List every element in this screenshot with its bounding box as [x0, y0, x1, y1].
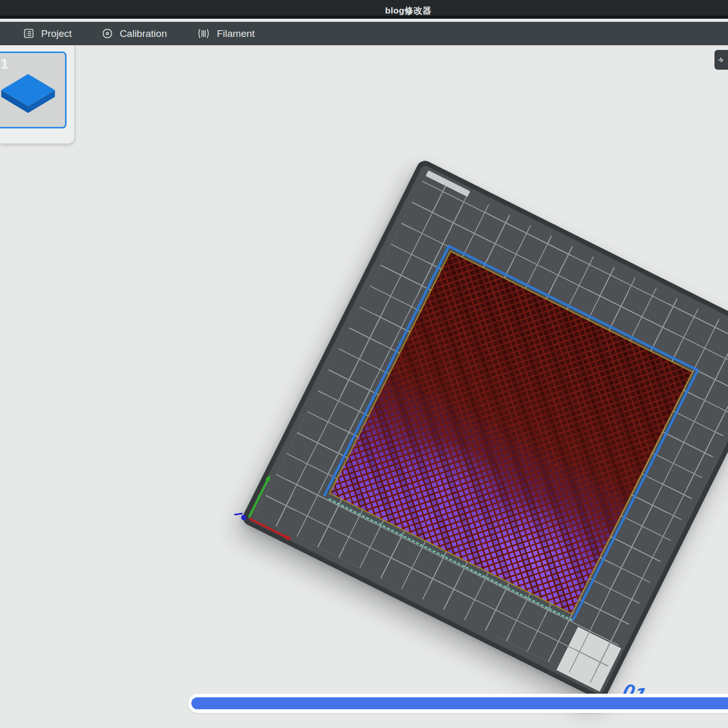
filament-spool-icon [197, 28, 210, 39]
menubar: Project Calibration Filament [0, 22, 728, 45]
menu-item-label: Project [41, 28, 72, 40]
calibration-gear-icon [102, 28, 113, 39]
project-list-icon [23, 28, 34, 39]
slicing-progress-bar [188, 694, 728, 713]
chevron-double-right-icon: » [716, 54, 726, 66]
titlebar: blog修改器 [0, 0, 728, 19]
collapse-panel-button[interactable]: » [714, 50, 728, 70]
menu-item-label: Calibration [120, 28, 167, 40]
menu-item-project[interactable]: Project [23, 28, 72, 40]
plate-thumbnail[interactable]: 1 [0, 51, 67, 128]
progress-fill [191, 697, 728, 709]
menu-item-calibration[interactable]: Calibration [102, 28, 167, 40]
window-title: blog修改器 [385, 5, 432, 17]
model-thumbnail-image [0, 67, 60, 124]
menu-item-filament[interactable]: Filament [197, 28, 255, 40]
z-axis-origin-dot [240, 514, 247, 521]
z-axis-tail [234, 513, 242, 515]
menu-item-label: Filament [217, 28, 255, 40]
viewport-3d-scene[interactable]: 01 [0, 45, 728, 728]
plate-thumbnail-number: 1 [1, 56, 8, 72]
plate-list-panel: 1 [0, 45, 74, 144]
